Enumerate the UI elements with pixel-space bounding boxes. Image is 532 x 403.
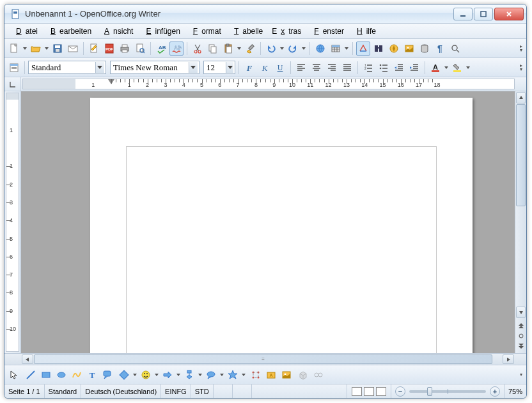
paste-icon[interactable] — [221, 42, 235, 56]
status-style[interactable]: Standard — [45, 384, 82, 398]
align-left-icon[interactable] — [294, 61, 308, 75]
font-color-dropdown[interactable] — [444, 66, 449, 69]
menu-fenster[interactable]: Fenster — [306, 26, 348, 37]
hscroll-thumb[interactable]: ≡ — [34, 354, 492, 364]
font-color-icon[interactable]: A — [428, 61, 442, 75]
cut-icon[interactable] — [191, 42, 205, 56]
vscroll-thumb[interactable] — [516, 104, 526, 206]
status-insert-mode[interactable]: EINFG — [161, 384, 191, 398]
view-book-icon[interactable] — [376, 387, 386, 396]
hyperlink-icon[interactable] — [313, 42, 327, 56]
drawing-toolbar-overflow-icon[interactable]: ▾ — [517, 368, 525, 382]
symbol-shapes-dropdown[interactable] — [154, 374, 159, 376]
undo-dropdown[interactable] — [279, 47, 285, 50]
basic-shapes-icon[interactable] — [117, 368, 131, 382]
menu-extras[interactable]: Extras — [268, 26, 305, 37]
undo-icon[interactable] — [264, 42, 278, 56]
star-shapes-icon[interactable] — [226, 368, 240, 382]
menu-format[interactable]: Format — [185, 26, 225, 37]
open-dropdown[interactable] — [44, 47, 49, 50]
hscroll-track[interactable]: ≡ — [34, 354, 502, 364]
flowchart-icon[interactable] — [182, 368, 196, 382]
paragraph-style-dropdown[interactable] — [95, 62, 104, 73]
status-selection-mode[interactable]: STD — [191, 384, 214, 398]
nav-select-icon[interactable] — [517, 331, 526, 340]
view-layout-icons[interactable] — [347, 384, 391, 398]
font-size-combo[interactable] — [203, 61, 235, 74]
maximize-button[interactable] — [474, 8, 493, 20]
font-name-dropdown[interactable] — [189, 62, 198, 73]
new-doc-icon[interactable] — [7, 42, 21, 56]
font-name-input[interactable] — [113, 63, 189, 73]
underline-icon[interactable]: U — [273, 61, 287, 75]
status-language[interactable]: Deutsch (Deutschland) — [81, 384, 161, 398]
status-zoom-pct[interactable]: 75% — [505, 384, 526, 398]
arrow-shapes-dropdown[interactable] — [176, 374, 181, 376]
flowchart-dropdown[interactable] — [198, 374, 203, 376]
indent-increase-icon[interactable] — [407, 61, 421, 75]
navigator-icon[interactable] — [387, 42, 401, 56]
vertical-ruler[interactable]: 123456789101 — [6, 93, 19, 352]
select-arrow-icon[interactable] — [7, 368, 21, 382]
export-pdf-icon[interactable]: PDF — [102, 42, 116, 56]
table-insert-icon[interactable] — [329, 42, 343, 56]
nav-next-icon[interactable] — [517, 342, 526, 351]
edit-doc-icon[interactable] — [87, 42, 101, 56]
print-icon[interactable] — [118, 42, 132, 56]
indent-decrease-icon[interactable] — [392, 61, 406, 75]
symbol-shapes-icon[interactable] — [139, 368, 153, 382]
italic-icon[interactable]: K — [258, 61, 272, 75]
new-doc-dropdown[interactable] — [22, 47, 27, 50]
status-signature[interactable] — [233, 384, 252, 398]
status-page[interactable]: Seite 1 / 1 — [4, 384, 45, 398]
zoom-slider-knob[interactable] — [427, 387, 432, 396]
print-preview-icon[interactable] — [133, 42, 147, 56]
show-draw-icon[interactable] — [356, 42, 370, 56]
horizontal-scrollbar[interactable]: ≡ — [4, 353, 526, 365]
freeform-icon[interactable] — [70, 368, 84, 382]
format-toolbar-overflow-icon[interactable]: ▸▾ — [517, 61, 525, 75]
callout-shapes-dropdown[interactable] — [219, 374, 224, 376]
font-size-input[interactable] — [207, 63, 226, 73]
align-center-icon[interactable] — [309, 61, 324, 75]
align-right-icon[interactable] — [325, 61, 339, 75]
highlight-icon[interactable] — [450, 61, 464, 75]
from-file-icon[interactable] — [279, 368, 293, 382]
menu-bearbeiten[interactable]: Bearbeiten — [43, 26, 95, 37]
font-size-dropdown[interactable] — [226, 62, 233, 73]
spellcheck-icon[interactable]: ABC — [154, 42, 168, 56]
scroll-right-button[interactable] — [503, 354, 514, 364]
gallery-icon[interactable] — [402, 42, 416, 56]
styles-window-icon[interactable] — [7, 61, 21, 75]
callout-shapes-icon[interactable] — [204, 368, 218, 382]
minimize-button[interactable] — [453, 8, 473, 20]
fontwork-icon[interactable]: A — [264, 368, 278, 382]
scroll-left-button[interactable] — [22, 354, 33, 364]
bold-icon[interactable]: F — [242, 61, 256, 75]
status-modified[interactable] — [214, 384, 233, 398]
zoom-in-button[interactable]: + — [490, 386, 500, 397]
open-icon[interactable] — [29, 42, 43, 56]
close-button[interactable] — [494, 8, 524, 20]
redo-icon[interactable] — [286, 42, 300, 56]
menu-ansicht[interactable]: Ansicht — [97, 26, 137, 37]
table-dropdown[interactable] — [344, 47, 349, 50]
text-icon[interactable]: T — [85, 368, 99, 382]
interaction-icon[interactable] — [311, 368, 325, 382]
line-icon[interactable] — [24, 368, 38, 382]
view-multi-icon[interactable] — [364, 387, 374, 396]
paragraph-style-input[interactable] — [31, 63, 95, 73]
toolbar-overflow-icon[interactable]: ▸▾ — [517, 42, 525, 56]
nav-prev-icon[interactable] — [517, 321, 526, 330]
redo-dropdown[interactable] — [301, 47, 306, 50]
font-name-combo[interactable] — [110, 61, 199, 74]
numbered-list-icon[interactable]: 12 — [361, 61, 375, 75]
vertical-scrollbar[interactable] — [515, 91, 526, 353]
find-icon[interactable] — [372, 42, 386, 56]
menu-hilfe[interactable]: Hilfe — [349, 26, 380, 37]
format-paintbrush-icon[interactable] — [243, 42, 257, 56]
align-justify-icon[interactable] — [340, 61, 354, 75]
email-icon[interactable] — [66, 42, 80, 56]
paragraph-style-combo[interactable] — [28, 61, 106, 74]
horizontal-ruler[interactable]: 1234567891011121314151617181 — [22, 79, 515, 89]
